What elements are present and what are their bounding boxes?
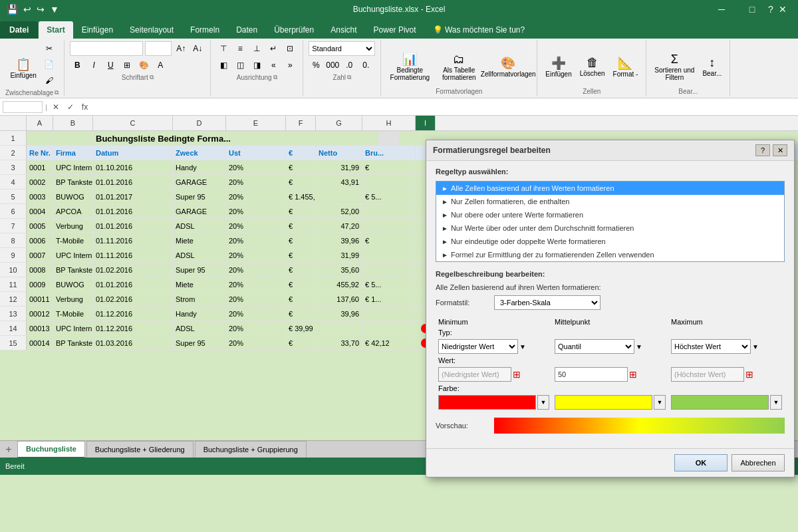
align-middle-btn[interactable]: ≡ [233,41,247,56]
font-size-increase-btn[interactable]: A↑ [174,41,188,56]
align-left-btn[interactable]: ◧ [216,58,231,72]
col-header-e[interactable]: E [226,116,286,130]
decimal-remove-btn[interactable]: 0. [358,58,373,72]
cell-e12[interactable]: 20% [226,292,286,307]
decimal-add-btn[interactable]: .0 [342,58,356,72]
rule-item-5[interactable]: ► Formel zur Ermittlung der zu formatier… [436,248,784,261]
row-num-15[interactable]: 15 [0,336,27,350]
add-sheet-btn[interactable]: + [0,442,17,457]
cell-f9[interactable]: € [286,248,316,263]
sheet-tab-gruppierung[interactable]: Buchungsliste + Gruppierung [195,441,307,458]
cell-c6[interactable]: 01.01.2016 [93,204,173,219]
confirm-edit-btn[interactable]: ✓ [65,102,76,112]
cell-a9[interactable]: 0007 [27,248,53,263]
format-as-table-btn[interactable]: 🗂 Als Tabelleformatieren [436,47,482,86]
tab-ueberpruefen[interactable]: Überprüfen [266,21,322,39]
cell-f13[interactable]: € [286,307,316,321]
cell-b6[interactable]: APCOA [53,204,93,219]
cell-f6[interactable]: € [286,204,316,219]
italic-btn[interactable]: I [86,58,101,72]
cell-f8[interactable]: € [286,233,316,248]
cell-c1[interactable]: Buchungsliste Bedingte Forma... [93,131,379,146]
cell-h3[interactable]: € [362,160,416,175]
cell-h6[interactable] [362,204,416,219]
align-top-btn[interactable]: ⊤ [216,41,231,56]
mid-value-picker-icon[interactable]: ⊞ [629,369,637,380]
cell-e5[interactable]: 20% [226,190,286,204]
cell-c9[interactable]: 01.11.2016 [93,248,173,263]
col-header-b[interactable]: B [53,116,93,130]
font-name-input[interactable]: Calibri [70,41,143,56]
min-color-dropdown-btn[interactable]: ▼ [537,395,549,410]
cell-e14[interactable]: 20% [226,321,286,336]
cell-e8[interactable]: 20% [226,233,286,248]
cell-c5[interactable]: 01.01.2017 [93,190,173,204]
modal-help-btn[interactable]: ? [755,144,770,156]
cell-a6[interactable]: 0004 [27,204,53,219]
tab-daten[interactable]: Daten [228,21,265,39]
min-type-select[interactable]: Niedrigster Wert [438,339,518,354]
row-num-5[interactable]: 5 [0,190,27,204]
cell-e4[interactable]: 20% [226,175,286,190]
cell-c15[interactable]: 01.03.2016 [93,336,173,350]
formula-input[interactable] [93,103,795,111]
cell-e3[interactable]: 20% [226,160,286,175]
cell-b3[interactable]: UPC Internet [53,160,93,175]
cell-e15[interactable]: 20% [226,336,286,350]
align-expand-icon[interactable]: ⧉ [273,74,277,81]
conditional-format-btn[interactable]: 📊 BedingteFormatierung [386,47,433,86]
max-value-picker-icon[interactable]: ⊞ [745,369,753,380]
cell-h5[interactable]: € 5... [362,190,416,204]
cell-b11[interactable]: BUWOG [53,277,93,292]
cell-b8[interactable]: T-Mobile [53,233,93,248]
tab-ansicht[interactable]: Ansicht [323,21,364,39]
cell-e11[interactable]: 20% [226,277,286,292]
border-btn[interactable]: ⊞ [120,58,134,72]
row-num-11[interactable]: 11 [0,277,27,292]
cell-h7[interactable] [362,219,416,233]
paste-btn[interactable]: 📋 Einfügen [7,48,39,88]
cell-h13[interactable] [362,307,416,321]
cell-d14[interactable]: ADSL [173,321,226,336]
mid-color-dropdown-btn[interactable]: ▼ [654,395,666,410]
cell-a12[interactable]: 00011 [27,292,53,307]
cell-d13[interactable]: Handy [173,307,226,321]
cell-g14[interactable] [316,321,362,336]
max-type-select[interactable]: Höchster Wert [671,339,751,354]
minimize-btn[interactable]: ─ [706,0,737,19]
cell-d11[interactable]: Miete [173,277,226,292]
redo-quick-btn[interactable]: ↪ [35,3,46,16]
cell-c13[interactable]: 01.12.2016 [93,307,173,321]
bold-btn[interactable]: B [70,58,84,72]
col-header-g[interactable]: G [316,116,362,130]
cell-a14[interactable]: 00013 [27,321,53,336]
qa-dropdown-btn[interactable]: ▼ [49,3,61,16]
cell-g9[interactable]: 31,99 [316,248,362,263]
modal-ok-btn[interactable]: OK [674,454,728,471]
cell-b7[interactable]: Verbung [53,219,93,233]
font-color-btn[interactable]: A [153,58,168,72]
thousands-btn[interactable]: 000 [325,58,340,72]
cell-a4[interactable]: 0002 [27,175,53,190]
cell-b14[interactable]: UPC Internet [53,321,93,336]
cell-h4[interactable] [362,175,416,190]
cell-g5[interactable] [316,190,362,204]
align-bottom-btn[interactable]: ⊥ [249,41,264,56]
fill-color-btn[interactable]: 🎨 [136,58,151,72]
cell-d4[interactable]: GARAGE [173,175,226,190]
cell-f12[interactable]: € [286,292,316,307]
cell-g11[interactable]: 455,92 [316,277,362,292]
cell-h9[interactable] [362,248,416,263]
cell-d5[interactable]: Super 95 [173,190,226,204]
max-color-swatch[interactable] [671,395,769,410]
modal-close-btn[interactable]: ✕ [773,144,787,156]
row-num-8[interactable]: 8 [0,233,27,248]
cell-g10[interactable]: 35,60 [316,263,362,277]
font-expand-icon[interactable]: ⧉ [150,74,154,81]
underline-btn[interactable]: U [103,58,118,72]
align-center-btn[interactable]: ◫ [233,58,247,72]
mid-value-input[interactable] [555,367,628,382]
cell-c11[interactable]: 01.01.2016 [93,277,173,292]
cell-a5[interactable]: 0003 [27,190,53,204]
cell-e6[interactable]: 20% [226,204,286,219]
